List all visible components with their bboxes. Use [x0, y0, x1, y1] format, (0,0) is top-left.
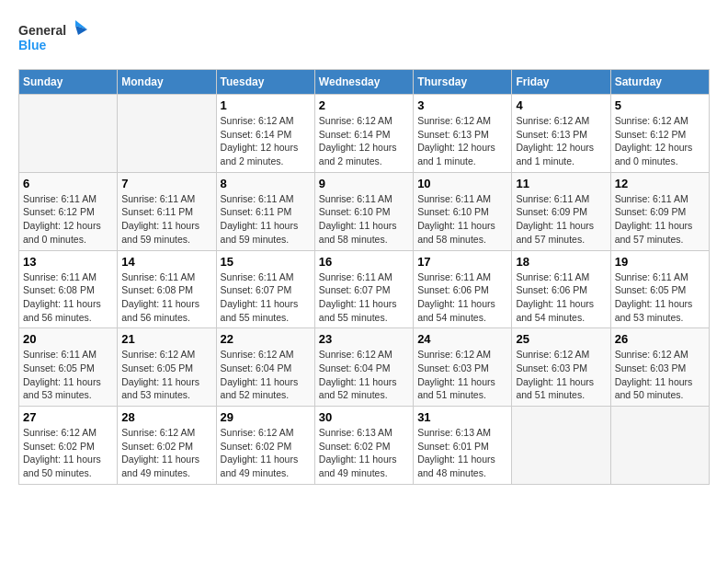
calendar-cell: 28Sunrise: 6:12 AMSunset: 6:02 PMDayligh… [118, 407, 216, 485]
day-number: 22 [221, 332, 311, 346]
weekday-header: Monday [118, 70, 216, 95]
day-detail: Sunrise: 6:12 AMSunset: 6:04 PMDaylight:… [221, 348, 311, 402]
day-detail: Sunrise: 6:12 AMSunset: 6:04 PMDaylight:… [319, 348, 409, 402]
weekday-header: Tuesday [216, 70, 314, 95]
day-number: 17 [417, 255, 507, 269]
calendar-cell: 14Sunrise: 6:11 AMSunset: 6:08 PMDayligh… [118, 250, 216, 328]
day-number: 12 [615, 177, 705, 190]
calendar-cell [610, 407, 709, 485]
day-number: 6 [23, 177, 113, 190]
calendar-cell: 18Sunrise: 6:11 AMSunset: 6:06 PMDayligh… [512, 250, 610, 328]
day-detail: Sunrise: 6:11 AMSunset: 6:11 PMDaylight:… [221, 192, 311, 247]
day-number: 27 [23, 410, 113, 424]
calendar-cell [118, 95, 216, 173]
weekday-header: Sunday [19, 70, 118, 95]
calendar-cell: 7Sunrise: 6:11 AMSunset: 6:11 PMDaylight… [118, 172, 216, 250]
day-number: 18 [516, 255, 606, 269]
calendar-cell: 20Sunrise: 6:11 AMSunset: 6:05 PMDayligh… [19, 328, 118, 407]
logo: GeneralBlue [18, 18, 92, 60]
day-detail: Sunrise: 6:11 AMSunset: 6:06 PMDaylight:… [516, 270, 606, 325]
logo-svg: GeneralBlue [18, 18, 92, 60]
day-detail: Sunrise: 6:12 AMSunset: 6:02 PMDaylight:… [23, 426, 113, 480]
day-detail: Sunrise: 6:12 AMSunset: 6:05 PMDaylight:… [121, 348, 211, 402]
day-number: 24 [417, 332, 507, 346]
day-detail: Sunrise: 6:12 AMSunset: 6:13 PMDaylight:… [417, 114, 507, 168]
calendar-cell: 16Sunrise: 6:11 AMSunset: 6:07 PMDayligh… [314, 250, 413, 328]
day-detail: Sunrise: 6:11 AMSunset: 6:05 PMDaylight:… [615, 270, 705, 325]
day-number: 9 [319, 177, 409, 190]
calendar-cell: 6Sunrise: 6:11 AMSunset: 6:12 PMDaylight… [19, 172, 118, 250]
day-number: 8 [221, 177, 311, 190]
calendar-cell: 1Sunrise: 6:12 AMSunset: 6:14 PMDaylight… [216, 95, 314, 173]
day-detail: Sunrise: 6:11 AMSunset: 6:07 PMDaylight:… [319, 270, 409, 325]
calendar-cell [19, 95, 118, 173]
day-detail: Sunrise: 6:11 AMSunset: 6:09 PMDaylight:… [516, 192, 606, 247]
day-detail: Sunrise: 6:11 AMSunset: 6:08 PMDaylight:… [121, 270, 211, 325]
calendar-cell [512, 407, 610, 485]
day-detail: Sunrise: 6:11 AMSunset: 6:10 PMDaylight:… [417, 192, 507, 247]
day-detail: Sunrise: 6:12 AMSunset: 6:14 PMDaylight:… [221, 114, 311, 168]
day-detail: Sunrise: 6:12 AMSunset: 6:02 PMDaylight:… [121, 426, 211, 480]
calendar-week-row: 1Sunrise: 6:12 AMSunset: 6:14 PMDaylight… [19, 95, 710, 173]
weekday-header: Friday [512, 70, 610, 95]
day-detail: Sunrise: 6:11 AMSunset: 6:08 PMDaylight:… [23, 270, 113, 325]
day-detail: Sunrise: 6:13 AMSunset: 6:02 PMDaylight:… [319, 426, 409, 480]
day-number: 29 [221, 410, 311, 424]
day-number: 21 [121, 332, 211, 346]
day-number: 28 [121, 410, 211, 424]
page-header: GeneralBlue [18, 18, 710, 60]
day-number: 14 [121, 255, 211, 269]
day-detail: Sunrise: 6:12 AMSunset: 6:03 PMDaylight:… [615, 348, 705, 402]
day-number: 16 [319, 255, 409, 269]
calendar-cell: 3Sunrise: 6:12 AMSunset: 6:13 PMDaylight… [414, 95, 512, 173]
calendar-cell: 24Sunrise: 6:12 AMSunset: 6:03 PMDayligh… [414, 328, 512, 407]
calendar-cell: 21Sunrise: 6:12 AMSunset: 6:05 PMDayligh… [118, 328, 216, 407]
calendar-cell: 25Sunrise: 6:12 AMSunset: 6:03 PMDayligh… [512, 328, 610, 407]
calendar-cell: 22Sunrise: 6:12 AMSunset: 6:04 PMDayligh… [216, 328, 314, 407]
calendar-cell: 8Sunrise: 6:11 AMSunset: 6:11 PMDaylight… [216, 172, 314, 250]
day-number: 1 [221, 98, 311, 112]
calendar-week-row: 27Sunrise: 6:12 AMSunset: 6:02 PMDayligh… [19, 407, 710, 485]
day-number: 13 [23, 255, 113, 269]
day-number: 2 [319, 98, 409, 112]
calendar-week-row: 20Sunrise: 6:11 AMSunset: 6:05 PMDayligh… [19, 328, 710, 407]
weekday-header: Saturday [610, 70, 709, 95]
calendar-cell: 19Sunrise: 6:11 AMSunset: 6:05 PMDayligh… [610, 250, 709, 328]
calendar-week-row: 13Sunrise: 6:11 AMSunset: 6:08 PMDayligh… [19, 250, 710, 328]
day-number: 11 [516, 177, 606, 190]
calendar-cell: 31Sunrise: 6:13 AMSunset: 6:01 PMDayligh… [414, 407, 512, 485]
calendar-cell: 30Sunrise: 6:13 AMSunset: 6:02 PMDayligh… [314, 407, 413, 485]
day-detail: Sunrise: 6:13 AMSunset: 6:01 PMDaylight:… [417, 426, 507, 480]
day-number: 10 [417, 177, 507, 190]
calendar-cell: 27Sunrise: 6:12 AMSunset: 6:02 PMDayligh… [19, 407, 118, 485]
day-detail: Sunrise: 6:12 AMSunset: 6:03 PMDaylight:… [417, 348, 507, 402]
calendar-cell: 29Sunrise: 6:12 AMSunset: 6:02 PMDayligh… [216, 407, 314, 485]
day-number: 31 [417, 410, 507, 424]
calendar-cell: 13Sunrise: 6:11 AMSunset: 6:08 PMDayligh… [19, 250, 118, 328]
calendar-cell: 23Sunrise: 6:12 AMSunset: 6:04 PMDayligh… [314, 328, 413, 407]
calendar-cell: 17Sunrise: 6:11 AMSunset: 6:06 PMDayligh… [414, 250, 512, 328]
day-detail: Sunrise: 6:11 AMSunset: 6:09 PMDaylight:… [615, 192, 705, 247]
calendar-cell: 12Sunrise: 6:11 AMSunset: 6:09 PMDayligh… [610, 172, 709, 250]
svg-text:General: General [18, 23, 66, 38]
calendar-cell: 26Sunrise: 6:12 AMSunset: 6:03 PMDayligh… [610, 328, 709, 407]
day-detail: Sunrise: 6:11 AMSunset: 6:10 PMDaylight:… [319, 192, 409, 247]
day-number: 20 [23, 332, 113, 346]
calendar-cell: 11Sunrise: 6:11 AMSunset: 6:09 PMDayligh… [512, 172, 610, 250]
calendar-table: SundayMondayTuesdayWednesdayThursdayFrid… [18, 69, 710, 485]
calendar-cell: 4Sunrise: 6:12 AMSunset: 6:13 PMDaylight… [512, 95, 610, 173]
weekday-header: Wednesday [314, 70, 413, 95]
day-number: 4 [516, 98, 606, 112]
day-detail: Sunrise: 6:12 AMSunset: 6:02 PMDaylight:… [221, 426, 311, 480]
day-detail: Sunrise: 6:12 AMSunset: 6:14 PMDaylight:… [319, 114, 409, 168]
day-detail: Sunrise: 6:12 AMSunset: 6:13 PMDaylight:… [516, 114, 606, 168]
day-detail: Sunrise: 6:11 AMSunset: 6:11 PMDaylight:… [121, 192, 211, 247]
day-number: 15 [221, 255, 311, 269]
svg-text:Blue: Blue [18, 38, 47, 52]
day-detail: Sunrise: 6:11 AMSunset: 6:07 PMDaylight:… [221, 270, 311, 325]
day-number: 30 [319, 410, 409, 424]
day-number: 5 [615, 98, 705, 112]
day-detail: Sunrise: 6:11 AMSunset: 6:06 PMDaylight:… [417, 270, 507, 325]
day-number: 3 [417, 98, 507, 112]
day-number: 19 [615, 255, 705, 269]
